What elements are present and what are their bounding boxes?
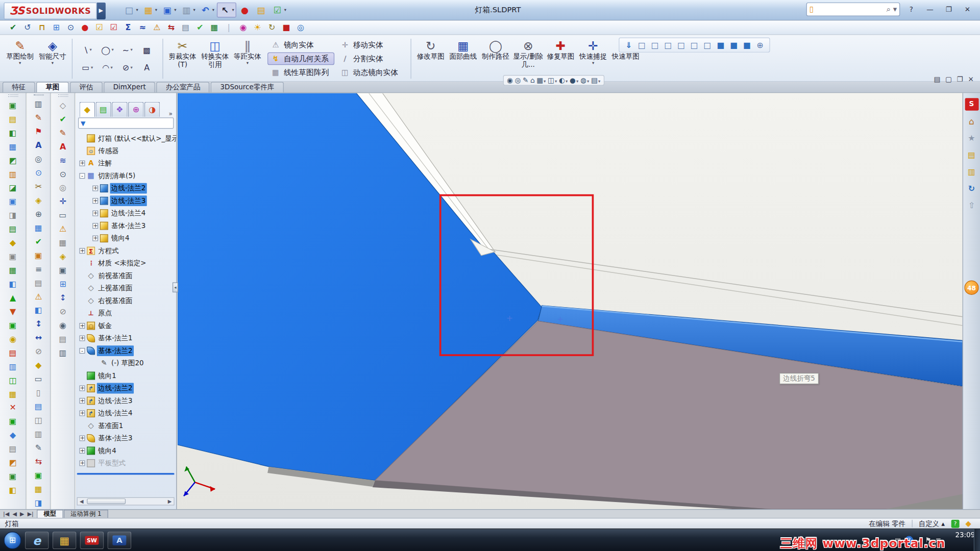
toolbar-icon[interactable]: ▭ [30, 372, 46, 386]
cm-button[interactable]: ∥ 等距实体 ▾ [231, 36, 264, 81]
toolbar-grip[interactable] [8, 94, 18, 97]
quick-access-button[interactable]: □ ▾ [121, 3, 139, 17]
cm-button[interactable]: ◈ 智能尺寸 ▾ [36, 36, 69, 81]
toolbar-icon[interactable]: ◉ [55, 318, 71, 332]
toolbar-icon[interactable]: ■ [279, 21, 293, 34]
toolbar-icon[interactable]: ↺ [20, 21, 34, 34]
feature-tree-item[interactable]: - ▦ 切割清单(5) [76, 169, 177, 182]
quick-access-button[interactable]: ☑ ▾ [270, 3, 288, 17]
expand-toggle[interactable]: + [92, 198, 98, 204]
taskbar-app-button[interactable]: A [108, 531, 132, 548]
toolbar-icon[interactable]: ▲ [5, 291, 21, 305]
toolbar-icon[interactable]: ◆ [5, 429, 21, 442]
toolbar-icon[interactable]: ▦ [5, 140, 21, 154]
feature-tree-item[interactable]: ◇ 右视基准面 [76, 294, 177, 307]
sketch-tool-button[interactable]: ◯ ▾ [98, 42, 117, 58]
feature-tree-item[interactable]: + ▢ 钣金 [76, 319, 177, 332]
toolbar-icon[interactable]: ▤ [30, 400, 46, 414]
cm-tab[interactable]: DimXpert [104, 82, 155, 92]
toolbar-icon[interactable]: ▦ [30, 221, 46, 235]
cm-button[interactable]: ✎ 草图绘制 ▾ [4, 36, 36, 81]
cm-tab[interactable]: 特征 [3, 82, 35, 92]
toolbar-icon[interactable]: ⇓ [623, 40, 634, 49]
quick-access-button[interactable]: ▥ ▾ [179, 3, 197, 17]
cm-stack-item[interactable]: ▦ 线性草图阵列 [267, 66, 334, 79]
feature-tree-item[interactable]: + 边线-法兰3 [76, 194, 177, 207]
toolbar-icon[interactable]: ◎ [30, 153, 46, 166]
sketch-tool-button[interactable]: ⊘ ▾ [118, 59, 137, 76]
toolbar-icon[interactable]: ≈ [136, 21, 150, 34]
toolbar-icon[interactable]: ✔ [30, 235, 46, 248]
status-comment-icon[interactable]: ◆ [966, 519, 971, 528]
toolbar-icon[interactable]: ▥ [5, 360, 21, 373]
toolbar-icon[interactable]: ▣ [5, 195, 21, 209]
toolbar-icon[interactable]: ▣ [5, 98, 21, 112]
toolbar-icon[interactable]: ⚠ [55, 222, 71, 236]
toolbar-icon[interactable]: | [222, 21, 236, 34]
toolbar-icon[interactable]: ◆ [30, 359, 46, 372]
expand-toggle[interactable]: + [80, 435, 85, 441]
toolbar-icon[interactable]: ⚠ [150, 21, 164, 34]
toolbar-icon[interactable]: □ [676, 40, 687, 49]
search-input[interactable] [816, 5, 884, 13]
toolbar-icon[interactable]: ◪ [5, 181, 21, 195]
toolbar-icon[interactable]: ◧ [5, 278, 21, 291]
expand-toggle[interactable]: + [80, 160, 85, 166]
expand-toggle[interactable]: + [92, 210, 98, 216]
toolbar-icon[interactable]: ◨ [5, 209, 21, 222]
tab-scroll-icon[interactable]: ◀ [11, 511, 18, 517]
toolbar-icon[interactable]: ▣ [5, 470, 21, 484]
expand-toggle[interactable]: + [92, 235, 98, 241]
toolbar-icon[interactable]: ⊕ [30, 208, 46, 221]
scroll-left-icon[interactable]: ◀ [78, 498, 86, 504]
toolbar-grip[interactable] [58, 94, 68, 97]
view-toolbar-button[interactable]: ◐▾ [559, 76, 568, 84]
view-toolbar-button[interactable]: ◍▾ [580, 76, 589, 84]
cm-button[interactable]: ✂ 剪裁实体(T) [166, 36, 199, 81]
toolbar-icon[interactable]: □ [636, 40, 648, 49]
toolbar-icon[interactable]: ▦ [5, 264, 21, 278]
expand-toggle[interactable]: + [80, 248, 85, 254]
feature-tree-item[interactable]: ◇ 基准面1 [76, 419, 177, 432]
quick-access-button[interactable]: ▦ ▾ [141, 3, 159, 17]
toolbar-icon[interactable]: ◩ [5, 154, 21, 167]
toolbar-icon[interactable]: ⚠ [30, 290, 46, 304]
toolbar-icon[interactable]: ⚑ [30, 125, 46, 139]
expand-toggle[interactable]: + [80, 460, 85, 466]
model-tab[interactable]: 模型 [37, 510, 63, 518]
toolbar-icon[interactable]: ↔ [30, 331, 46, 345]
feature-tree-item[interactable]: + 镜向4 [76, 232, 177, 244]
vertex-marker[interactable]: + [557, 316, 564, 322]
toolbar-icon[interactable]: ◧ [5, 484, 21, 497]
toolbar-grip[interactable] [34, 94, 44, 95]
sketch-tool-button[interactable]: ∖ ▾ [78, 42, 97, 58]
toolbar-icon[interactable]: ▥ [5, 167, 21, 181]
feature-tree-item[interactable]: ⊙ 传感器 [76, 144, 177, 157]
model-tab[interactable]: 运动算例 1 [64, 510, 109, 518]
notification-badge[interactable]: 48 [964, 281, 978, 295]
solidworks-logo[interactable]: ƷS SOLIDWORKS [4, 2, 96, 19]
cm-stack-item[interactable]: ◫ 动态镜向实体 [337, 66, 404, 79]
cm-stack-item[interactable]: ✛ 移动实体 [337, 39, 404, 51]
toolbar-icon[interactable]: ⊙ [55, 167, 71, 181]
toolbar-icon[interactable]: ⊙ [30, 166, 46, 180]
toolbar-icon[interactable]: ▤ [5, 346, 21, 360]
toolbar-icon[interactable]: ▤ [5, 222, 21, 236]
toolbar-icon[interactable]: A [55, 140, 71, 154]
expand-toggle[interactable]: + [92, 185, 98, 191]
toolbar-icon[interactable]: ▣ [5, 318, 21, 332]
toolbar-icon[interactable]: ▣ [5, 250, 21, 264]
toolbar-icon[interactable]: A [30, 139, 46, 153]
view-toolbar-button[interactable]: ⌂ [530, 76, 535, 84]
status-help-icon[interactable]: ? [951, 519, 959, 528]
toolbar-icon[interactable]: ⊓ [35, 21, 49, 34]
toolbar-icon[interactable]: ▼ [5, 305, 21, 319]
quick-access-button[interactable]: ↖ ▾ [217, 3, 236, 17]
task-pane-tab-icon[interactable]: S [965, 98, 978, 110]
feature-tree-root[interactable]: 灯箱 (默认<<默认>_显示状态 [76, 132, 177, 144]
toolbar-icon[interactable]: ⊞ [50, 21, 63, 34]
toolbar-icon[interactable]: ▦ [5, 387, 21, 401]
start-button[interactable]: ⊞ [4, 531, 21, 548]
cm-stack-item[interactable]: ⚠ 镜向实体 [267, 39, 334, 51]
menu-flyout-arrow-icon[interactable]: ▶ [96, 2, 105, 19]
